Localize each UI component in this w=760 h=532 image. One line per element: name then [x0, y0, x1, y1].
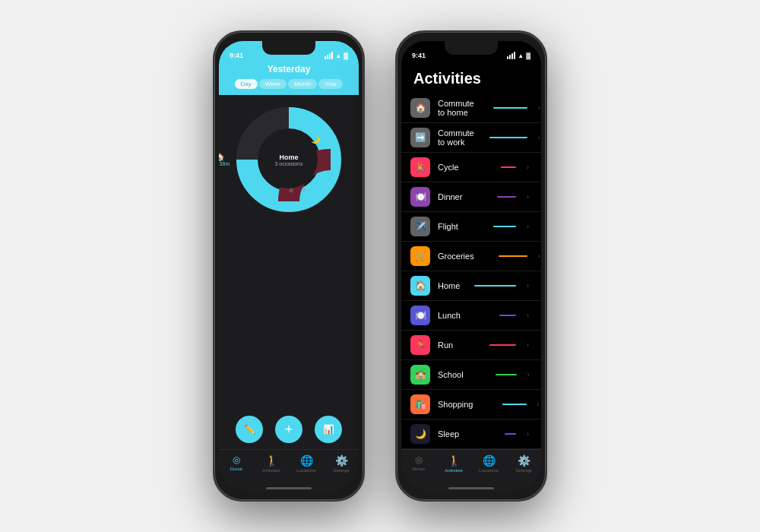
activity-bar-4: [493, 226, 516, 227]
battery-icon-2: ▓: [526, 52, 530, 59]
activity-icon-2: 🚴: [410, 157, 430, 177]
donut-chart: 🏠 12h 38m 🌙 ? ⚙: [232, 103, 346, 217]
chevron-icon-11: ›: [527, 430, 529, 438]
tab-week[interactable]: Week: [259, 79, 287, 89]
chevron-icon-2: ›: [527, 163, 529, 171]
activity-bar-8: [489, 344, 516, 346]
activity-item[interactable]: 🚴 Cycle ›: [401, 153, 541, 182]
activity-icon-8: 🏃: [410, 335, 430, 355]
nav-locations-label-p2: Locations: [479, 468, 499, 473]
signal-icon-2: [507, 52, 515, 59]
activity-bar-7: [499, 315, 516, 316]
activity-item[interactable]: 🏠 Commute to home ›: [401, 93, 541, 123]
activity-list: 🏠 Commute to home › ➡️ Commute to work ›…: [401, 93, 541, 449]
page-title-phone1: Yesterday: [219, 64, 359, 74]
activity-right-10: [481, 404, 527, 405]
activity-bar-0: [493, 107, 527, 109]
settings-nav-icon-p2: ⚙️: [518, 454, 530, 467]
time-phone1: 9:41: [230, 52, 243, 59]
activity-icon-11: 🌙: [410, 424, 430, 444]
phone-activities: 9:41 ▲ ▓ Activities 🏠 Commute to home › …: [395, 30, 547, 502]
activity-bar-5: [499, 255, 527, 257]
settings-nav-icon: ⚙️: [335, 454, 348, 467]
activity-item[interactable]: 🍽️ Lunch ›: [401, 301, 541, 331]
activity-right-5: [482, 255, 527, 257]
activity-bar-6: [474, 285, 516, 287]
status-icons-phone2: ▲ ▓: [507, 52, 530, 59]
edit-button[interactable]: ✏️: [236, 416, 263, 443]
nav-settings-p2[interactable]: ⚙️ Settings: [506, 454, 541, 473]
activity-bar-1: [489, 137, 527, 138]
nav-settings[interactable]: ⚙️ Settings: [324, 454, 359, 473]
activity-item[interactable]: 🏃 Run ›: [401, 331, 541, 360]
battery-icon: ▓: [344, 52, 348, 59]
activity-icon-9: 🏫: [410, 365, 430, 385]
chevron-icon-8: ›: [527, 341, 529, 349]
home-icon-label: 🏠: [219, 153, 230, 161]
home-indicator-phone1: [219, 485, 359, 491]
activity-item[interactable]: 🌙 Sleep ›: [401, 420, 541, 449]
donut-center-sub: 3 occasions: [275, 161, 303, 166]
tab-year[interactable]: Year: [318, 79, 343, 89]
nav-donut[interactable]: ◎ Donut: [219, 454, 254, 473]
activity-bar-2: [501, 166, 516, 168]
signal-icon: [325, 52, 333, 59]
activity-icon-1: ➡️: [410, 128, 430, 147]
nav-locations[interactable]: 🌐 Locations: [289, 454, 324, 473]
bottom-nav-phone2: ◎ Donut 🚶 Activities 🌐 Locations ⚙️ Sett…: [401, 449, 541, 485]
activity-item[interactable]: 🛒 Groceries ›: [401, 242, 541, 271]
stats-button[interactable]: 📊: [315, 416, 342, 443]
add-button[interactable]: +: [275, 416, 302, 443]
activity-item[interactable]: ➡️ Commute to work ›: [401, 123, 541, 153]
activity-icon-6: 🏠: [410, 276, 430, 296]
nav-settings-label-p2: Settings: [515, 468, 532, 473]
nav-activities[interactable]: 🚶 Activities: [254, 454, 289, 473]
phone-donut: 9:41 ▲ ▓ Yesterday Day Week Month Year: [213, 30, 365, 502]
activity-right-1: [482, 137, 527, 138]
nav-donut-p2[interactable]: ◎ Donut: [401, 454, 436, 473]
chevron-icon-3: ›: [527, 193, 529, 201]
donut-center: Home 3 occasions: [275, 154, 303, 166]
activity-icon-3: 🍽️: [410, 187, 430, 207]
activity-name-9: School: [438, 370, 464, 379]
activity-item[interactable]: ✈️ Flight ›: [401, 212, 541, 242]
activity-bar-10: [502, 404, 527, 405]
activity-right-8: [470, 344, 516, 346]
donut-nav-icon-p2: ◎: [415, 454, 423, 465]
chevron-icon-5: ›: [538, 252, 540, 260]
activity-right-11: [470, 433, 516, 435]
activities-page-title: Activities: [401, 65, 541, 93]
activity-item[interactable]: 🍽️ Dinner ›: [401, 182, 541, 212]
activity-name-4: Flight: [438, 222, 463, 231]
activity-right-4: [470, 226, 516, 227]
activity-bar-9: [496, 374, 517, 375]
chevron-icon-4: ›: [527, 223, 529, 230]
activity-item[interactable]: 🛍️ Shopping ›: [401, 390, 541, 420]
activity-name-2: Cycle: [438, 163, 463, 172]
home-indicator-phone2: [401, 485, 541, 491]
status-icons-phone1: ▲ ▓: [325, 52, 348, 59]
nav-activities-p2[interactable]: 🚶 Activities: [436, 454, 471, 473]
tab-day[interactable]: Day: [235, 79, 258, 89]
locations-nav-icon: 🌐: [300, 454, 313, 467]
activity-item[interactable]: 🏫 School ›: [401, 360, 541, 390]
activity-bar-11: [505, 433, 516, 435]
nav-activities-label: Activities: [262, 468, 280, 473]
nav-locations-label: Locations: [296, 468, 316, 473]
nav-locations-p2[interactable]: 🌐 Locations: [471, 454, 506, 473]
chevron-icon-10: ›: [537, 401, 540, 408]
svg-text:?: ?: [302, 188, 306, 193]
home-time: 12h 38m: [219, 161, 230, 166]
activity-name-1: Commute to work: [438, 128, 474, 147]
activity-item[interactable]: 🏠 Home ›: [401, 271, 541, 301]
activity-right-0: [482, 107, 527, 109]
activities-content: Activities 🏠 Commute to home › ➡️ Commut…: [401, 62, 541, 449]
activities-nav-icon-p2: 🚶: [448, 454, 461, 467]
phone1-header: Yesterday Day Week Month Year: [219, 62, 359, 95]
activity-name-0: Commute to home: [438, 99, 474, 117]
donut-center-label: Home: [275, 154, 303, 161]
tab-month[interactable]: Month: [288, 79, 317, 89]
activity-icon-4: ✈️: [410, 217, 430, 236]
notch: [262, 41, 315, 55]
chevron-icon-1: ›: [538, 134, 540, 141]
